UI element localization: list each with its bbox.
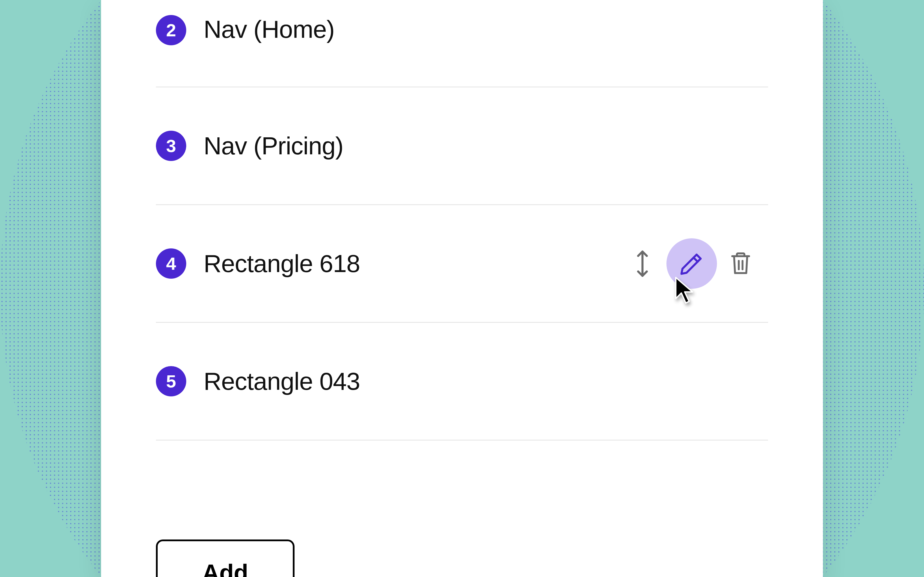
item-label: Nav (Home): [204, 15, 334, 44]
delete-button[interactable]: [725, 248, 756, 280]
item-number-badge: 5: [156, 366, 186, 396]
item-number: 5: [166, 371, 176, 392]
item-number-badge: 2: [156, 15, 186, 45]
list-item[interactable]: 2 Nav (Home): [156, 0, 768, 87]
item-label: Nav (Pricing): [204, 132, 343, 160]
item-number-badge: 4: [156, 248, 186, 279]
svg-line-1: [694, 258, 698, 262]
trash-icon: [729, 251, 752, 276]
list-item[interactable]: 5 Rectangle 043: [156, 323, 768, 440]
layer-list: 2 Nav (Home) 3 Nav (Pricing) 4 Rectangle…: [156, 0, 768, 440]
reorder-button[interactable]: [627, 248, 658, 280]
add-button[interactable]: Add: [156, 540, 294, 577]
item-number-badge: 3: [156, 131, 186, 161]
item-number: 4: [166, 253, 176, 274]
item-number: 2: [166, 20, 176, 40]
item-actions: [627, 248, 756, 280]
pencil-icon: [679, 251, 704, 276]
edit-button[interactable]: [676, 248, 708, 280]
item-label: Rectangle 618: [204, 249, 360, 278]
add-button-label: Add: [202, 559, 248, 577]
arrows-up-down-icon: [632, 250, 653, 277]
item-number: 3: [166, 135, 176, 156]
list-item[interactable]: 4 Rectangle 618: [156, 205, 768, 323]
item-label: Rectangle 043: [204, 367, 360, 395]
panel-card: 2 Nav (Home) 3 Nav (Pricing) 4 Rectangle…: [101, 0, 823, 577]
list-item[interactable]: 3 Nav (Pricing): [156, 87, 768, 205]
